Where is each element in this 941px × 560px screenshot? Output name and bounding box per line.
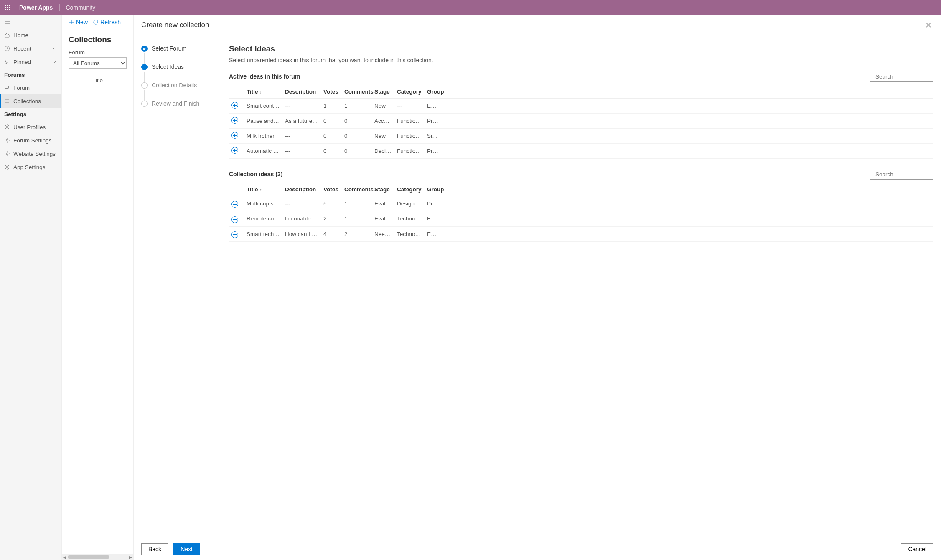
cancel-button[interactable]: Cancel <box>901 543 933 555</box>
nav-label: Recent <box>13 46 31 52</box>
add-idea-button[interactable] <box>231 132 238 139</box>
table-row[interactable]: Smart technol…How can I bre…42Needs…Tech… <box>229 226 933 241</box>
table-row[interactable]: Automatic shu…---00Declin…Functional…Pre… <box>229 144 933 159</box>
col-group[interactable]: Group <box>425 85 441 99</box>
search-active[interactable] <box>870 71 933 82</box>
step-select-ideas[interactable]: Select Ideas <box>141 63 214 70</box>
cell-desc: --- <box>282 129 321 144</box>
horizontal-scrollbar[interactable]: ◀ ▶ <box>62 554 133 560</box>
gear-icon <box>4 151 10 157</box>
dialog-content: Select Ideas Select unparented ideas in … <box>221 35 941 538</box>
cell-votes: 2 <box>321 211 342 226</box>
table-row[interactable]: Milk frother---00NewFunctional…Single… <box>229 129 933 144</box>
nav-home[interactable]: Home <box>0 28 61 42</box>
col-category[interactable]: Category <box>394 85 425 99</box>
cell-votes: 0 <box>321 114 342 129</box>
command-bar: New Refresh <box>62 15 133 29</box>
col-category[interactable]: Category <box>394 183 425 196</box>
dialog-title: Create new collection <box>141 21 209 29</box>
nav-forum-settings[interactable]: Forum Settings <box>0 134 61 147</box>
cell-group: Espres… <box>425 99 441 114</box>
nav-app-settings[interactable]: App Settings <box>0 160 61 174</box>
dialog-footer: Back Next Cancel <box>134 538 941 560</box>
col-comments[interactable]: Comments <box>342 85 372 99</box>
cell-stage: Needs… <box>372 226 394 241</box>
collections-panel: New Refresh Collections Forum All Forums… <box>62 15 134 560</box>
sort-asc-icon: ↑ <box>260 188 262 192</box>
col-group[interactable]: Group <box>425 183 441 196</box>
cell-votes: 0 <box>321 144 342 159</box>
cell-votes: 1 <box>321 99 342 114</box>
hamburger-button[interactable] <box>0 15 61 28</box>
col-title[interactable]: Title↓ <box>244 85 282 99</box>
app-launcher[interactable] <box>0 5 15 10</box>
col-stage[interactable]: Stage <box>372 183 394 196</box>
list-column-title[interactable]: Title <box>62 71 133 87</box>
wizard-steps: Select Forum Select Ideas Collection Det… <box>134 35 221 538</box>
add-idea-button[interactable] <box>231 117 238 124</box>
step-done-icon <box>141 46 148 52</box>
nav-user-profiles[interactable]: User Profiles <box>0 120 61 134</box>
remove-idea-button[interactable] <box>231 201 238 208</box>
col-description[interactable]: Description <box>282 85 321 99</box>
cell-votes: 0 <box>321 129 342 144</box>
scroll-thumb[interactable] <box>68 555 109 559</box>
table-row[interactable]: Multi cup setti…---51Evalua…DesignPrecis… <box>229 196 933 211</box>
cell-comments: 2 <box>342 226 372 241</box>
remove-idea-button[interactable] <box>231 216 238 223</box>
remove-idea-button[interactable] <box>231 231 238 238</box>
search-active-input[interactable] <box>875 73 941 80</box>
nav-label: Collections <box>13 98 41 104</box>
step-select-forum[interactable]: Select Forum <box>141 45 214 52</box>
cell-stage: New <box>372 129 394 144</box>
col-title[interactable]: Title↑ <box>244 183 282 196</box>
table-row[interactable]: Smart control---11New---Espres… <box>229 99 933 114</box>
gear-icon <box>4 124 10 130</box>
clock-icon <box>4 46 10 51</box>
cell-category: Functional… <box>394 129 425 144</box>
cmd-label: New <box>76 19 88 25</box>
nav-forum[interactable]: Forum <box>0 81 61 94</box>
col-stage[interactable]: Stage <box>372 85 394 99</box>
cell-comments: 1 <box>342 211 372 226</box>
cell-stage: New <box>372 99 394 114</box>
active-ideas-label: Active ideas in this forum <box>229 73 300 80</box>
col-description[interactable]: Description <box>282 183 321 196</box>
cell-title: Multi cup setti… <box>244 196 282 211</box>
search-collection[interactable] <box>870 169 933 180</box>
panel-heading: Collections <box>62 29 133 47</box>
nav-website-settings[interactable]: Website Settings <box>0 147 61 160</box>
col-comments[interactable]: Comments <box>342 183 372 196</box>
chevron-down-icon <box>51 46 57 51</box>
add-idea-button[interactable] <box>231 147 238 154</box>
home-icon <box>4 32 10 38</box>
nav-recent[interactable]: Recent <box>0 42 61 55</box>
step-collection-details: Collection Details <box>141 82 214 89</box>
area-link[interactable]: Community <box>62 4 99 11</box>
next-button[interactable]: Next <box>173 543 200 555</box>
forum-filter-select[interactable]: All Forums <box>69 57 127 69</box>
table-row[interactable]: Remote controlI'm unable to …21Evalua…Te… <box>229 211 933 226</box>
table-row[interactable]: Pause and serveAs a future fea…00Accep…F… <box>229 114 933 129</box>
new-button[interactable]: New <box>69 19 88 25</box>
col-votes[interactable]: Votes <box>321 85 342 99</box>
nav-collections[interactable]: Collections <box>0 94 61 108</box>
nav-pinned[interactable]: Pinned <box>0 55 61 68</box>
svg-rect-1 <box>5 86 9 89</box>
refresh-icon <box>93 19 99 25</box>
close-button[interactable] <box>923 20 933 30</box>
cell-desc: --- <box>282 144 321 159</box>
cmd-label: Refresh <box>100 19 121 25</box>
col-votes[interactable]: Votes <box>321 183 342 196</box>
scroll-right-icon[interactable]: ▶ <box>127 554 133 560</box>
add-idea-button[interactable] <box>231 102 238 109</box>
scroll-left-icon[interactable]: ◀ <box>62 554 68 560</box>
svg-point-3 <box>6 139 8 141</box>
cell-stage: Evalua… <box>372 211 394 226</box>
search-collection-input[interactable] <box>875 171 941 177</box>
plus-icon <box>69 19 74 25</box>
back-button[interactable]: Back <box>141 543 168 555</box>
refresh-button[interactable]: Refresh <box>93 19 121 25</box>
cell-desc: How can I bre… <box>282 226 321 241</box>
cell-title: Milk frother <box>244 129 282 144</box>
